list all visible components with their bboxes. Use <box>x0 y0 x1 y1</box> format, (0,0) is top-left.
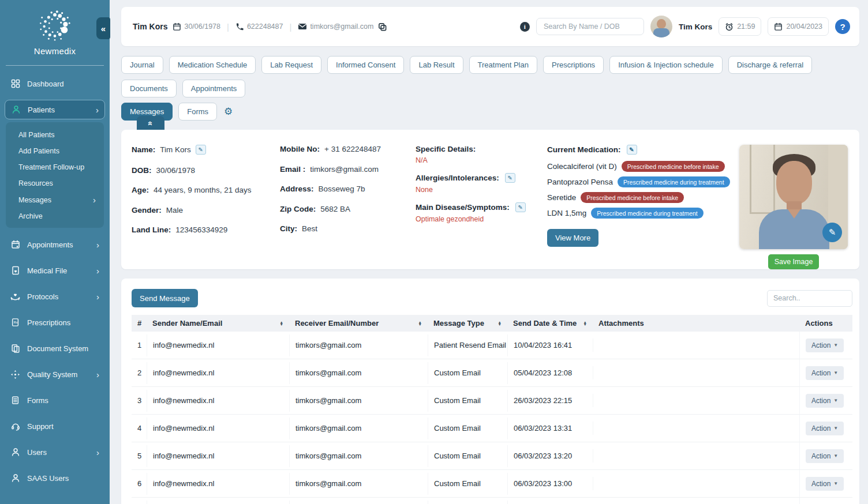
tab-lab-request[interactable]: Lab Request <box>261 56 321 74</box>
forms-icon <box>10 396 20 405</box>
sidebar-item-label: Forms <box>27 396 99 405</box>
sidebar-item-medical-file[interactable]: Medical File› <box>5 261 105 280</box>
sidebar-subitem-treatment-follow-up[interactable]: Treatment Follow-up <box>6 159 104 175</box>
sidebar-item-forms[interactable]: Forms <box>5 390 105 410</box>
sidebar-item-protocols[interactable]: Protocols› <box>5 287 105 306</box>
gear-icon[interactable]: ⚙ <box>224 107 233 116</box>
prescriptions-icon: Rx <box>10 318 20 328</box>
sidebar-item-quality-system[interactable]: Quality System› <box>5 364 105 384</box>
field-value: Optimale gezondheid <box>416 215 547 223</box>
patient-details-panel: Name:Tim Kors✎DOB:30/06/1978Age:44 years… <box>121 130 859 269</box>
sidebar-subitem-archive[interactable]: Archive <box>6 208 104 224</box>
sort-icon[interactable]: ▲▼ <box>418 321 422 326</box>
sidebar-item-prescriptions[interactable]: RxPrescriptions <box>5 313 105 332</box>
sort-icon[interactable]: ▲▼ <box>280 321 283 326</box>
time-value: 21:59 <box>737 22 755 31</box>
sidebar: Newmedix DashboardPatients›All PatientsA… <box>0 0 110 504</box>
sidebar-item-document-system[interactable]: Document System <box>5 338 105 358</box>
saas-users-icon <box>10 473 20 483</box>
field-row-age: Age:44 years, 9 months, 21 days <box>132 186 280 194</box>
cell-num: 3 <box>132 390 147 412</box>
edit-photo-button[interactable]: ✎ <box>822 223 842 242</box>
cell-sender: info@newmedix.nl <box>147 501 289 504</box>
tab-journal[interactable]: Journal <box>121 56 163 74</box>
cell-actions: Action▼ <box>799 359 852 386</box>
sidebar-item-support[interactable]: Support <box>5 416 105 436</box>
cell-receiver: timkors@gmail.com <box>289 418 428 439</box>
copy-icon[interactable] <box>378 22 387 31</box>
sidebar-item-dashboard[interactable]: Dashboard <box>5 74 105 93</box>
sidebar-item-label: Medical File <box>27 266 89 275</box>
sidebar-item-label: Dashboard <box>27 80 99 88</box>
patient-basic-info: Name:Tim Kors✎DOB:30/06/1978Age:44 years… <box>132 145 280 269</box>
sidebar-item-patients[interactable]: Patients› <box>5 100 105 119</box>
edit-icon[interactable]: ✎ <box>505 173 515 183</box>
sidebar-collapse-button[interactable]: « <box>96 17 110 39</box>
action-button[interactable]: Action▼ <box>806 366 844 380</box>
tab-infusion-injection-schedule[interactable]: Infusion & Injection schedule <box>609 56 723 74</box>
tab-forms[interactable]: Forms <box>178 103 217 121</box>
chevron-right-icon: › <box>96 292 99 301</box>
collapse-panel-button[interactable]: « <box>137 116 164 131</box>
table-search-input[interactable] <box>767 290 852 307</box>
avatar[interactable] <box>650 16 672 37</box>
view-more-button[interactable]: View More <box>547 229 598 247</box>
cell-receiver: timkors@gmail.com <box>289 501 428 504</box>
sidebar-item-appointments[interactable]: Appointments› <box>5 235 105 254</box>
tab-lab-result[interactable]: Lab Result <box>410 56 463 74</box>
sidebar-item-label: Prescriptions <box>27 318 99 327</box>
tab-informed-consent[interactable]: Informed Consent <box>327 56 404 74</box>
col-header-send-date-time: Send Date & Time▲▼ <box>507 315 593 332</box>
cell-attachments <box>593 422 799 435</box>
send-message-button[interactable]: Send Message <box>132 289 198 307</box>
search-input[interactable] <box>536 18 644 35</box>
edit-icon[interactable]: ✎ <box>627 145 637 155</box>
sidebar-subitem-add-patients[interactable]: Add Patients <box>6 143 104 159</box>
time-display: 21:59 <box>719 17 761 36</box>
action-button[interactable]: Action▼ <box>806 422 844 435</box>
action-button[interactable]: Action▼ <box>806 477 844 491</box>
caret-down-icon: ▼ <box>833 426 838 431</box>
tab-documents[interactable]: Documents <box>121 80 177 97</box>
medication-row: Colecalciferol (vit D)Prescribed medicin… <box>547 161 739 172</box>
sidebar-nav: DashboardPatients›All PatientsAdd Patien… <box>0 72 110 497</box>
caret-down-icon: ▼ <box>833 370 838 375</box>
sidebar-subitem-all-patients[interactable]: All Patients <box>6 127 104 143</box>
patient-email: timkors@gmail.com <box>310 22 373 31</box>
col-header-receiver-email-number: Receiver Email/Number▲▼ <box>289 315 428 332</box>
info-icon[interactable]: i <box>520 22 530 32</box>
sidebar-subitem-resources[interactable]: Resources <box>6 175 104 191</box>
tab-medication-schedule[interactable]: Medication Schedule <box>169 56 256 74</box>
tab-discharge-referral[interactable]: Discharge & referral <box>728 56 813 74</box>
tab-treatment-plan[interactable]: Treatment Plan <box>469 56 537 74</box>
chevron-right-icon: › <box>96 448 99 457</box>
help-icon[interactable]: ? <box>835 19 850 34</box>
tab-prescriptions[interactable]: Prescriptions <box>543 56 604 74</box>
cell-send-datetime: 06/03/2023 13:00 <box>507 473 593 495</box>
caret-down-icon: ▼ <box>833 481 838 486</box>
action-button[interactable]: Action▼ <box>806 394 844 408</box>
sidebar-item-label: Quality System <box>27 370 89 379</box>
edit-icon[interactable]: ✎ <box>515 202 526 212</box>
sidebar-item-saas-users[interactable]: SAAS Users <box>5 468 105 488</box>
sort-icon[interactable]: ▲▼ <box>498 321 502 326</box>
sidebar-item-users[interactable]: Users› <box>5 442 105 462</box>
patient-contact-info: Mobile No:+ 31 622248487Email :timkors@g… <box>280 145 416 269</box>
edit-icon[interactable]: ✎ <box>196 145 206 155</box>
sidebar-subitem-messages[interactable]: Messages› <box>6 191 104 208</box>
sort-icon[interactable]: ▲▼ <box>583 321 587 326</box>
patient-name: Tim Kors <box>133 22 167 31</box>
field-row-land-line: Land Line:123456334929 <box>132 225 280 234</box>
action-button[interactable]: Action▼ <box>806 449 844 463</box>
cell-send-datetime: 05/04/2023 12:08 <box>507 362 593 384</box>
medication-row: LDN 1,5mgPrescribed medicine during trea… <box>547 208 739 219</box>
action-button[interactable]: Action▼ <box>806 338 844 352</box>
tab-appointments[interactable]: Appointments <box>182 80 246 97</box>
field-value: Male <box>166 206 183 215</box>
cell-message-type: Custom Email <box>428 473 507 495</box>
cell-actions: Action▼ <box>799 442 852 469</box>
field-label: Age: <box>132 186 149 194</box>
field-label: Mobile No: <box>280 145 320 153</box>
save-image-button[interactable]: Save Image <box>768 254 820 269</box>
medication-row: SeretidePrescribed medicine before intak… <box>547 192 739 203</box>
